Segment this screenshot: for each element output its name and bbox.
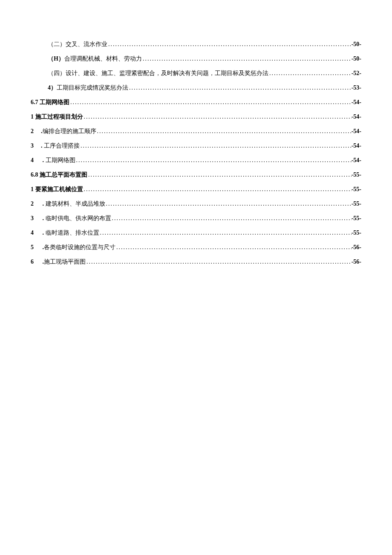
toc-leader-dots: ........................................…: [86, 259, 352, 265]
toc-entry: （四）设计、建设、施工、监理紧密配合，及时解决有关问题，工期目标及奖惩办法...…: [31, 70, 361, 77]
toc-entry-title: 6.7 工期网络图: [31, 99, 69, 106]
toc-entry-page: -54-: [352, 157, 361, 164]
toc-entry-title: 4 . 工期网络图: [31, 157, 75, 164]
toc-entry-page: -56-: [352, 259, 361, 265]
toc-entry-page: -55-: [352, 200, 361, 207]
toc-entry-text: 编排合理的施工顺序: [43, 128, 96, 134]
toc-leader-dots: ........................................…: [80, 142, 352, 149]
toc-entry-title: 4 . 临时道路、排水位置: [31, 229, 99, 237]
toc-leader-dots: ........................................…: [268, 70, 352, 77]
toc-entry: 4）工期目标完成情况奖惩办法..........................…: [31, 84, 361, 92]
toc-entry-text: 建筑材料、半成品堆放: [46, 200, 105, 207]
toc-entry-separator: .: [41, 215, 46, 221]
toc-entry-page: -54-: [352, 113, 361, 120]
toc-entry-number: 4: [31, 157, 36, 164]
toc-leader-dots: ........................................…: [69, 99, 352, 106]
toc-entry-title: 5 .各类临时设施的位置与尺寸: [31, 244, 115, 251]
toc-entry: 1 要紧施工机械位置 .............................…: [31, 186, 361, 193]
toc-entry: 5 .各类临时设施的位置与尺寸 ........................…: [31, 244, 361, 251]
toc-entry-page: -50-: [352, 55, 361, 62]
toc-entry-separator: .: [41, 157, 46, 163]
toc-entry-title: 6.8 施工总平面布置图: [31, 171, 87, 179]
toc-leader-dots: ........................................…: [115, 244, 352, 251]
toc-entry-text: 工期网络图: [46, 157, 75, 163]
toc-entry: 4 . 临时道路、排水位置...........................…: [31, 229, 361, 237]
toc-entry-page: -50-: [352, 41, 361, 48]
toc-entry-title: 4）工期目标完成情况奖惩办法: [48, 84, 128, 92]
toc-entry-title: （H）合理调配机械、材料、劳动力: [48, 55, 142, 63]
toc-entry: （二）交叉、流水作业..............................…: [31, 41, 361, 48]
toc-entry-page: -52-: [352, 70, 361, 77]
toc-entry-prefix: 4）: [48, 84, 57, 91]
document-page: （二）交叉、流水作业..............................…: [0, 0, 392, 266]
toc-entry-separator: .: [41, 142, 44, 149]
toc-entry-text: 工期目标完成情况奖惩办法: [57, 84, 128, 91]
toc-entry-text: 合理调配机械、材料、劳动力: [64, 55, 142, 62]
toc-entry: 6 .施工现场平面图 .............................…: [31, 258, 361, 266]
toc-entry-separator: .: [41, 230, 46, 236]
toc-entry-separator: .: [41, 259, 44, 265]
toc-entry: （H）合理调配机械、材料、劳动力........................…: [31, 55, 361, 63]
toc-entry-separator: .: [41, 200, 46, 207]
toc-entry-title: 2.编排合理的施工顺序: [31, 128, 96, 135]
toc-entry: 4 . 工期网络图...............................…: [31, 157, 361, 164]
toc-leader-dots: ........................................…: [83, 113, 352, 120]
toc-leader-dots: ........................................…: [83, 186, 352, 193]
toc-leader-dots: ........................................…: [96, 128, 352, 135]
toc-entry: 2 . 建筑材料、半成品堆放..........................…: [31, 200, 361, 208]
toc-leader-dots: ........................................…: [128, 84, 352, 91]
toc-entry-prefix: （H）: [48, 55, 64, 62]
toc-entry-page: -55-: [352, 230, 361, 236]
toc-entry-number: 3: [31, 142, 36, 149]
toc-leader-dots: ........................................…: [111, 215, 352, 222]
toc-leader-dots: ........................................…: [107, 41, 352, 48]
toc-entry-title: 1 施工过程项目划分: [31, 113, 83, 121]
toc-entry-page: -55-: [352, 171, 361, 178]
toc-entry: 3. 工序合理搭接 ..............................…: [31, 142, 361, 150]
table-of-contents: （二）交叉、流水作业..............................…: [31, 41, 361, 266]
toc-entry-number: 4: [31, 230, 36, 236]
toc-entry: 3 . 临时供电、供水网的布置.........................…: [31, 215, 361, 222]
toc-entry-number: 3: [31, 215, 36, 222]
toc-entry-page: -54-: [352, 99, 361, 106]
toc-entry-title: 6 .施工现场平面图: [31, 258, 86, 266]
toc-entry: 2.编排合理的施工顺序 ............................…: [31, 128, 361, 135]
toc-entry-page: -55-: [352, 215, 361, 222]
toc-entry-text: 施工现场平面图: [44, 259, 86, 265]
toc-entry-page: -53-: [352, 84, 361, 91]
toc-leader-dots: ........................................…: [75, 157, 352, 164]
toc-entry-separator: .: [41, 244, 44, 250]
toc-entry-text: 工序合理搭接: [44, 142, 80, 149]
toc-entry-number: 2: [31, 200, 36, 207]
toc-entry-title: 2 . 建筑材料、半成品堆放: [31, 200, 105, 208]
toc-entry-number: 2: [31, 128, 36, 135]
toc-entry-page: -54-: [352, 128, 361, 135]
toc-entry-text: 各类临时设施的位置与尺寸: [44, 244, 115, 250]
toc-entry-title: （四）设计、建设、施工、监理紧密配合，及时解决有关问题，工期目标及奖惩办法: [48, 70, 268, 77]
toc-entry: 1 施工过程项目划分 .............................…: [31, 113, 361, 121]
toc-entry-number: 5: [31, 244, 36, 251]
toc-entry-page: -55-: [352, 186, 361, 193]
toc-entry-number: 6: [31, 259, 36, 265]
toc-entry-title: 1 要紧施工机械位置: [31, 186, 83, 193]
toc-entry-page: -54-: [352, 142, 361, 149]
toc-entry-title: 3. 工序合理搭接: [31, 142, 80, 150]
toc-entry: 6.8 施工总平面布置图............................…: [31, 171, 361, 179]
toc-entry-text: 临时供电、供水网的布置: [46, 215, 111, 221]
toc-entry-title: 3 . 临时供电、供水网的布置: [31, 215, 111, 222]
toc-leader-dots: ........................................…: [99, 230, 352, 236]
toc-entry-page: -56-: [352, 244, 361, 251]
toc-leader-dots: ........................................…: [105, 200, 352, 207]
toc-entry: 6.7 工期网络图...............................…: [31, 99, 361, 106]
toc-entry-title: （二）交叉、流水作业: [48, 41, 107, 48]
toc-entry-text: 临时道路、排水位置: [46, 230, 99, 236]
toc-leader-dots: ........................................…: [142, 55, 352, 62]
toc-leader-dots: ........................................…: [87, 171, 352, 178]
